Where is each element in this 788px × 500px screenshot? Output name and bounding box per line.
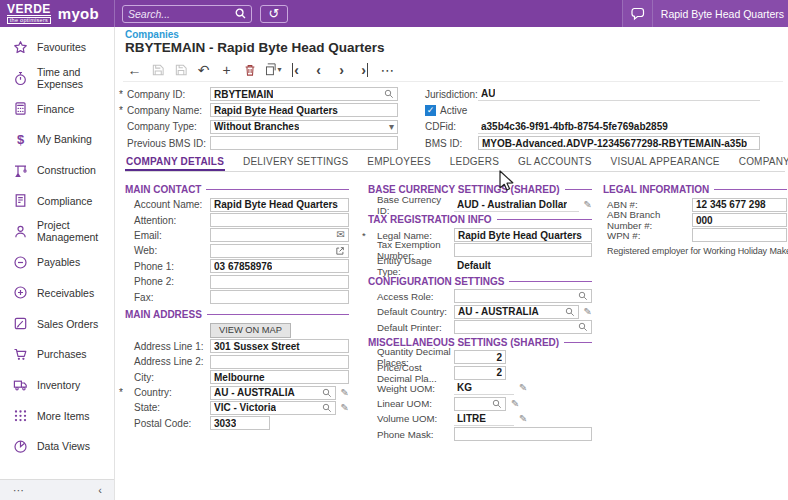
save-button[interactable] [169,60,192,80]
edit-icon[interactable]: ✎ [584,307,592,317]
postal-code-field[interactable]: 3033 [210,416,270,430]
abn-field[interactable]: 12 345 677 298 [692,198,787,212]
cdfid-label: CDFid: [425,121,478,132]
delete-button[interactable] [238,60,261,80]
wpn-field[interactable] [692,228,787,242]
access-role-field[interactable] [454,289,592,303]
state-label: State: [125,402,210,413]
active-checkbox[interactable]: ✓ [425,105,436,116]
view-on-map-button[interactable]: VIEW ON MAP [210,323,291,338]
sidebar-collapse-button[interactable]: ‹ [98,484,102,496]
lookup-icon[interactable] [578,322,588,332]
sidebar-item-compliance[interactable]: Compliance [0,185,114,216]
refresh-button[interactable]: ↺ [260,5,288,23]
add-button[interactable]: + [215,60,238,80]
next-record-button[interactable]: › [330,60,353,80]
country-field[interactable]: AU - AUSTRALIA [210,386,336,400]
sidebar-item-my-banking[interactable]: $ My Banking [0,124,114,155]
tab-employees[interactable]: EMPLOYEES [366,152,432,171]
company-type-dropdown[interactable]: Without Branches ▾ [210,120,398,134]
topbar-right: Rapid Byte Head Quarters [622,0,788,27]
sidebar-item-finance[interactable]: Finance [0,93,114,124]
first-record-button[interactable]: ‹ [284,60,307,80]
account-name-field[interactable]: Rapid Byte Head Quarters [210,198,349,212]
phone-mask-field[interactable] [454,427,592,441]
sidebar-item-label: Project Management [37,219,114,243]
lookup-icon[interactable] [578,291,588,301]
phone2-label: Phone 2: [125,276,210,287]
edit-icon[interactable]: ✎ [519,414,527,424]
chevron-down-icon[interactable]: ▾ [389,122,394,132]
volume-uom-value: LITRE [454,412,514,426]
sidebar-item-sales-orders[interactable]: Sales Orders [0,308,114,339]
sidebar-more-button[interactable]: ⋯ [13,484,24,497]
search-icon[interactable] [235,8,246,19]
price-decimal-field[interactable]: 2 [454,366,506,380]
save-close-button[interactable] [146,60,169,80]
state-field[interactable]: VIC - Victoria [210,401,336,415]
edit-icon[interactable]: ✎ [341,388,349,398]
lookup-icon[interactable] [492,399,502,409]
brand-logo[interactable]: VERDE the optimisers myob [0,0,115,27]
linear-uom-field[interactable] [454,397,506,411]
settings-column: BASE CURRENCY SETTINGS (SHARED) Base Cur… [368,182,592,442]
copy-button[interactable]: ▾ [261,60,284,80]
lookup-icon[interactable] [565,307,575,317]
abn-branch-field[interactable]: 000 [692,213,787,227]
undo-button[interactable]: ↶ [192,60,215,80]
chat-button[interactable] [622,0,653,27]
fax-field[interactable] [210,290,349,304]
company-id-field[interactable]: RBYTEMAIN [210,87,398,101]
sidebar-item-data-views[interactable]: Data Views [0,431,114,462]
phone1-field[interactable]: 03 67858976 [210,259,349,273]
edit-icon[interactable]: ✎ [519,383,527,393]
sidebar-item-inventory[interactable]: Inventory [0,370,114,401]
sidebar-item-purchases[interactable]: Purchases [0,339,114,370]
phone2-field[interactable] [210,275,349,289]
company-name-field[interactable]: Rapid Byte Head Quarters [210,103,398,117]
last-record-button[interactable]: › [353,60,376,80]
sidebar-item-time-and-expenses[interactable]: Time and Expenses [0,63,114,94]
more-actions-button[interactable]: ⋯ [376,60,399,80]
address-line1-field[interactable]: 301 Sussex Street [210,339,349,353]
default-printer-field[interactable] [454,320,592,334]
tax-exemption-field[interactable] [454,243,592,257]
breadcrumb[interactable]: Companies [125,29,179,40]
tab-delivery-settings[interactable]: DELIVERY SETTINGS [242,152,349,171]
web-field[interactable] [210,244,349,258]
sidebar-item-construction[interactable]: Construction [0,155,114,186]
grid-icon [13,408,28,423]
previous-bms-id-field[interactable] [210,136,398,150]
back-button[interactable]: ← [123,60,146,80]
tab-ledgers[interactable]: LEDGERS [449,152,500,171]
email-field[interactable]: ✉ [210,228,349,242]
sidebar-item-project-management[interactable]: Project Management [0,216,114,247]
tab-visual-appearance[interactable]: VISUAL APPEARANCE [610,152,721,171]
tab-company-details[interactable]: COMPANY DETAILS [125,152,225,171]
legal-name-field[interactable]: Rapid Byte Head Quarters [454,228,592,242]
tab-gl-accounts[interactable]: GL ACCOUNTS [517,152,593,171]
attention-field[interactable] [210,213,349,227]
sidebar-item-receivables[interactable]: Receivables [0,278,114,309]
sidebar-item-more-items[interactable]: More Items [0,400,114,431]
tab-company-groups[interactable]: COMPANY GROUPS [738,152,788,171]
sidebar-item-payables[interactable]: Payables [0,247,114,278]
search-input[interactable]: Search... [122,5,252,23]
city-field[interactable]: Melbourne [210,370,349,384]
edit-icon[interactable]: ✎ [511,399,519,409]
tenant-name[interactable]: Rapid Byte Head Quarters [653,8,788,20]
entity-usage-value: Default [454,259,592,273]
address-line2-field[interactable] [210,355,349,369]
envelope-icon[interactable]: ✉ [337,230,345,240]
edit-icon[interactable]: ✎ [584,200,592,210]
lookup-icon[interactable] [322,388,332,398]
quantity-decimal-field[interactable]: 2 [454,350,506,364]
lookup-icon[interactable] [322,403,332,413]
previous-record-button[interactable]: ‹ [307,60,330,80]
address-line1-label: Address Line 1: [125,341,210,352]
edit-icon[interactable]: ✎ [341,403,349,413]
external-link-icon[interactable] [335,246,345,256]
default-country-field[interactable]: AU - AUSTRALIA [454,305,579,319]
sidebar-item-favourites[interactable]: Favourites [0,32,114,63]
lookup-icon[interactable] [384,89,394,99]
